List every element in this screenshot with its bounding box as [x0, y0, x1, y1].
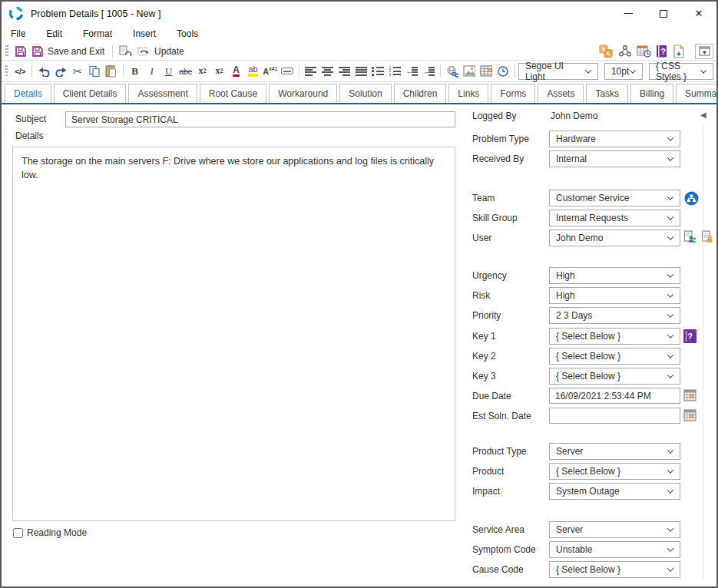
tab-children[interactable]: Children [394, 84, 447, 103]
product-select[interactable]: { Select Below } [549, 463, 680, 480]
tab-assets[interactable]: Assets [538, 84, 584, 103]
font-name-select[interactable]: Segoe UI Light [518, 63, 598, 80]
align-left-icon [305, 67, 316, 76]
font-size-select[interactable]: 10pt [604, 63, 643, 80]
menu-file[interactable]: File [11, 28, 25, 39]
superscript-button[interactable]: x2 [194, 63, 211, 80]
save-button[interactable] [12, 43, 29, 60]
align-right-icon [339, 67, 350, 76]
tab-client-details[interactable]: Client Details [54, 84, 127, 103]
field-user: User John Demo [472, 230, 680, 246]
network-share-button[interactable] [616, 43, 634, 60]
font-color-button[interactable]: A [228, 63, 245, 80]
subject-input[interactable] [65, 111, 455, 127]
user-directory-button[interactable] [683, 230, 696, 243]
bold-button[interactable]: B [127, 63, 144, 80]
insert-image-button[interactable] [461, 63, 478, 80]
tab-details[interactable]: Details [5, 84, 51, 103]
toolbar-grip[interactable] [5, 45, 8, 58]
urgency-select[interactable]: High [549, 267, 680, 284]
key2-select[interactable]: { Select Below } [549, 348, 680, 365]
paste-button[interactable] [103, 63, 120, 80]
tab-tasks[interactable]: Tasks [586, 84, 628, 103]
minimize-button[interactable] [610, 2, 646, 25]
underline-button[interactable]: U [160, 63, 177, 80]
hyperlink-button[interactable] [444, 63, 461, 80]
update-label[interactable]: Update [154, 46, 184, 57]
key3-select[interactable]: { Select Below } [549, 368, 680, 385]
product-type-select[interactable]: Server [549, 443, 680, 460]
swap-entities-button[interactable] [597, 43, 616, 60]
insert-table-button[interactable] [478, 63, 495, 80]
problem-type-select[interactable]: Hardware [549, 130, 680, 147]
est-soln-date-input[interactable] [549, 408, 680, 424]
strikethrough-button[interactable]: abc [177, 63, 194, 80]
redo-button[interactable] [52, 63, 69, 80]
network-share-icon [618, 45, 632, 58]
user-select[interactable]: John Demo [549, 230, 680, 246]
html-code-view-button[interactable]: </> [12, 63, 28, 80]
update-button[interactable] [134, 43, 153, 60]
key-help-button[interactable]: ? [683, 329, 696, 343]
menu-format[interactable]: Format [83, 28, 112, 39]
reading-mode-checkbox[interactable] [13, 528, 23, 538]
key1-select[interactable]: { Select Below } [549, 328, 680, 345]
tab-links[interactable]: Links [448, 84, 488, 103]
indent-button[interactable]: → [420, 63, 437, 80]
tab-forms[interactable]: Forms [491, 84, 535, 103]
export-page-button[interactable] [670, 43, 687, 60]
field-urgency: Urgency High [472, 267, 680, 284]
received-by-select[interactable]: Internal [549, 150, 680, 167]
service-area-select[interactable]: Server [549, 521, 680, 538]
toolbar-grip[interactable] [5, 65, 8, 78]
undo-button[interactable] [35, 63, 52, 80]
tab-root-cause[interactable]: Root Cause [200, 84, 266, 103]
details-editor[interactable]: The storage on the main servers F: Drive… [12, 147, 455, 521]
align-left-button[interactable] [302, 63, 319, 80]
field-cause-code: Cause Code { Select Below } [472, 561, 680, 578]
tab-summary[interactable]: Summary [676, 84, 718, 103]
skill-group-select[interactable]: Internal Requests [549, 210, 680, 226]
char-code-button[interactable]: Ax41 [262, 63, 279, 80]
insert-time-button[interactable] [495, 63, 511, 80]
numbered-list-button[interactable] [386, 63, 403, 80]
maximize-button[interactable] [646, 2, 681, 25]
save-and-exit-label[interactable]: Save and Exit [48, 46, 104, 57]
est-soln-date-calendar-button[interactable] [683, 409, 696, 421]
cause-code-select[interactable]: { Select Below } [549, 561, 680, 578]
save-and-exit-button[interactable] [29, 43, 46, 60]
priority-select[interactable]: 2 3 Days [549, 307, 680, 324]
align-center-button[interactable] [319, 63, 336, 80]
knowledge-base-button[interactable]: ? [653, 43, 670, 60]
team-select[interactable]: Customer Service [549, 190, 680, 206]
collapse-panel-button[interactable] [695, 44, 713, 59]
tab-assessment[interactable]: Assessment [128, 84, 197, 103]
tab-workaround[interactable]: Workaround [269, 84, 337, 103]
subscript-button[interactable]: x2 [211, 63, 228, 80]
collapse-properties-button[interactable]: ◀ [700, 111, 706, 119]
symptom-code-select[interactable]: Unstable [549, 541, 680, 558]
risk-select[interactable]: High [549, 287, 680, 304]
menu-tools[interactable]: Tools [177, 28, 198, 39]
tab-solution[interactable]: Solution [339, 84, 391, 103]
copy-button[interactable] [86, 63, 103, 80]
menu-insert[interactable]: Insert [133, 28, 156, 39]
impact-select[interactable]: System Outage [549, 483, 680, 500]
due-date-input[interactable] [549, 388, 680, 404]
align-right-button[interactable] [336, 63, 352, 80]
cut-button[interactable]: ✂ [69, 63, 86, 80]
due-date-calendar-button[interactable] [683, 389, 696, 401]
calendar-schedule-button[interactable] [634, 43, 653, 60]
tab-billing[interactable]: Billing [630, 84, 673, 103]
bullet-list-button[interactable] [369, 63, 386, 80]
menu-edit[interactable]: Edit [46, 28, 62, 39]
close-button[interactable]: ✕ [681, 2, 716, 25]
horizontal-rule-button[interactable] [279, 63, 296, 80]
highlight-button[interactable]: ab [245, 63, 262, 80]
italic-button[interactable]: I [144, 63, 160, 80]
outdent-button[interactable]: ← [403, 63, 420, 80]
team-browse-button[interactable] [684, 191, 699, 206]
align-justify-button[interactable] [352, 63, 369, 80]
css-styles-select[interactable]: { CSS Styles } [649, 63, 713, 80]
copy-refresh-button[interactable] [116, 43, 134, 60]
